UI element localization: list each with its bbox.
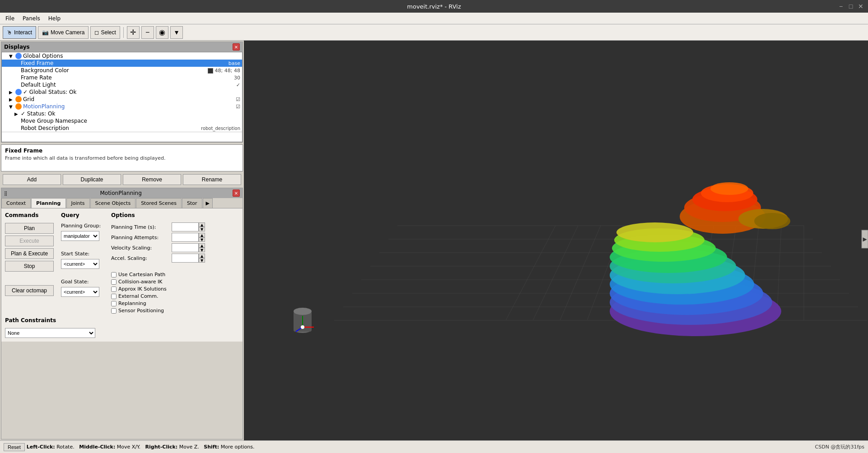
menu-file[interactable]: File [2, 14, 18, 23]
statusbar: Reset Left-Click: Rotate. Middle-Click: … [0, 440, 868, 453]
start-state-row: <current> [61, 259, 104, 269]
menu-panels[interactable]: Panels [19, 14, 44, 23]
tree-move-group-ns[interactable]: Move Group Namespace [2, 117, 242, 125]
goal-state-label: Goal State: [61, 279, 104, 285]
path-constraints-label: Path Constraints [5, 317, 239, 324]
plan-execute-button[interactable]: Plan & Execute [5, 248, 54, 259]
statusbar-hint: Left-Click: Rotate. Middle-Click: Move X… [27, 444, 255, 450]
maximize-button[interactable]: □ [847, 3, 854, 10]
dropdown-button[interactable]: ▾ [170, 26, 183, 39]
velocity-scaling-input[interactable]: 0.10 [172, 243, 199, 252]
middle-click-action: Move X/Y. [117, 444, 140, 450]
menu-help[interactable]: Help [45, 14, 64, 23]
displays-title: Displays [4, 44, 30, 50]
select-button[interactable]: ◻ Select [90, 26, 120, 39]
expand-arrow: ▶ [9, 97, 14, 102]
tree-frame-rate[interactable]: Frame Rate 30 [2, 74, 242, 81]
tab-scene-objects[interactable]: Scene Objects [90, 198, 136, 208]
start-state-select[interactable]: <current> [61, 259, 99, 269]
replanning-option[interactable]: Replanning [111, 300, 239, 306]
axis-button[interactable]: ✛ [127, 26, 140, 39]
clear-octomap-button[interactable]: Clear octomap [5, 285, 54, 296]
tab-joints[interactable]: Joints [66, 198, 90, 208]
planning-attempts-down[interactable]: ▼ [199, 237, 205, 242]
path-constraints-select[interactable]: None [5, 328, 95, 338]
interact-button[interactable]: 🖱 Interact [3, 26, 36, 39]
toolbar-sep-1 [123, 27, 124, 38]
tree-motion-planning[interactable]: ▼ MotionPlanning ☑ [2, 103, 242, 110]
tab-stored-scenes[interactable]: Stored Scenes [136, 198, 182, 208]
accel-up[interactable]: ▲ [199, 254, 205, 258]
external-comm-checkbox[interactable] [111, 294, 117, 299]
tab-planning[interactable]: Planning [31, 198, 65, 208]
tabs: Context Planning Joints Scene Objects St… [1, 198, 243, 208]
minimize-button[interactable]: − [837, 3, 845, 10]
tree-default-light[interactable]: Default Light ✓ [2, 81, 242, 88]
stop-button[interactable]: Stop [5, 261, 54, 272]
tab-more-button[interactable]: ▶ [203, 198, 213, 208]
collision-aware-ik-option[interactable]: Collision-aware IK [111, 279, 239, 285]
move-camera-button[interactable]: 📷 Move Camera [38, 26, 89, 39]
sensor-positioning-option[interactable]: Sensor Positioning [111, 308, 239, 314]
viewport[interactable]: ▶ [244, 41, 868, 440]
accel-scaling-row: Accel. Scaling: 0.10 ▲ ▼ [111, 254, 239, 263]
planning-time-input[interactable]: 5.0 [172, 222, 199, 231]
tree-global-options[interactable]: ▼ Global Options [2, 52, 242, 60]
rename-button[interactable]: Rename [183, 174, 241, 185]
tree-robot-desc[interactable]: Robot Description robot_description [2, 125, 242, 132]
use-cartesian-path-option[interactable]: Use Cartesian Path [111, 272, 239, 277]
sensor-positioning-label: Sensor Positioning [118, 308, 164, 314]
external-comm-label: External Comm. [118, 293, 158, 299]
replanning-checkbox[interactable] [111, 301, 117, 306]
plan-button[interactable]: Plan [5, 223, 54, 234]
tree-fixed-frame[interactable]: Fixed Frame base [2, 60, 242, 67]
approx-ik-checkbox[interactable] [111, 287, 117, 292]
planning-time-spin-btns: ▲ ▼ [199, 222, 205, 231]
reset-button[interactable]: Reset [4, 443, 25, 451]
accel-down[interactable]: ▼ [199, 258, 205, 263]
accel-scaling-spinner: 0.10 ▲ ▼ [172, 254, 205, 263]
goal-state-row: <current> [61, 287, 104, 297]
accel-scaling-spin-btns: ▲ ▼ [199, 254, 205, 263]
tree-background-color[interactable]: Background Color 48; 48; 48 [2, 67, 242, 74]
use-cartesian-path-checkbox[interactable] [111, 272, 117, 277]
displays-tree[interactable]: ▼ Global Options Fixed Frame base Backgr… [1, 52, 243, 142]
velocity-down[interactable]: ▼ [199, 248, 205, 252]
tree-grid[interactable]: ▶ Grid ☑ [2, 96, 242, 103]
left-panel: Displays ✕ ▼ Global Options Fixed Frame … [0, 41, 244, 440]
minus-button[interactable]: − [141, 26, 154, 39]
planning-attempts-input[interactable]: 10 [172, 233, 199, 242]
close-window-button[interactable]: ✕ [857, 3, 864, 10]
mp-close-button[interactable]: ✕ [233, 190, 240, 197]
expand-arrow: ▼ [9, 54, 14, 59]
planning-time-up[interactable]: ▲ [199, 222, 205, 227]
accel-scaling-input[interactable]: 0.10 [172, 254, 199, 263]
interact-label: Interact [14, 29, 32, 36]
collision-aware-ik-checkbox[interactable] [111, 279, 117, 285]
velocity-up[interactable]: ▲ [199, 243, 205, 248]
execute-button[interactable]: Execute [5, 236, 54, 246]
approx-ik-option[interactable]: Approx IK Solutions [111, 286, 239, 292]
goal-state-select[interactable]: <current> [61, 287, 99, 297]
window-title: moveit.rviz* - RViz [407, 3, 461, 10]
tab-stor[interactable]: Stor [182, 198, 202, 208]
tree-global-status[interactable]: ▶ ✓ Global Status: Ok [2, 88, 242, 96]
external-comm-option[interactable]: External Comm. [111, 293, 239, 299]
tree-mp-status[interactable]: ▶ ✓ Status: Ok [2, 110, 242, 117]
select-label: Select [101, 29, 116, 36]
planning-attempts-up[interactable]: ▲ [199, 233, 205, 237]
sensor-positioning-checkbox[interactable] [111, 308, 117, 314]
focus-button[interactable]: ◉ [156, 26, 168, 39]
remove-button[interactable]: Remove [123, 174, 181, 185]
add-button[interactable]: Add [3, 174, 61, 185]
svg-point-23 [294, 308, 312, 315]
displays-close-button[interactable]: ✕ [233, 43, 240, 51]
accel-scaling-label: Accel. Scaling: [111, 255, 170, 261]
duplicate-button[interactable]: Duplicate [63, 174, 121, 185]
mp-panel-title: MotionPlanning [100, 190, 141, 196]
tab-context[interactable]: Context [1, 198, 31, 208]
planning-group-select[interactable]: manipulator [61, 231, 99, 241]
planning-time-down[interactable]: ▼ [199, 227, 205, 231]
options-label: Options [111, 212, 239, 218]
shift-action: More options. [221, 444, 255, 450]
